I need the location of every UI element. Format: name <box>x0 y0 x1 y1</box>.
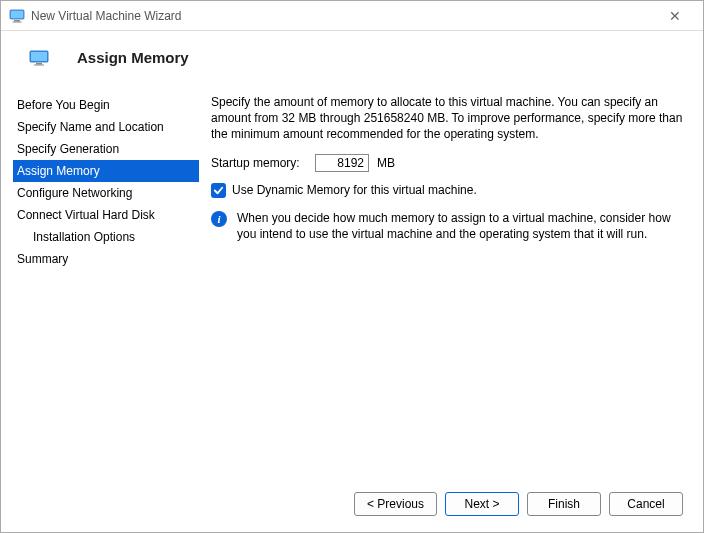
svg-rect-7 <box>34 64 44 65</box>
window-title: New Virtual Machine Wizard <box>31 9 655 23</box>
step-specify-generation[interactable]: Specify Generation <box>13 138 199 160</box>
svg-rect-5 <box>31 52 47 61</box>
titlebar: New Virtual Machine Wizard ✕ <box>1 1 703 31</box>
dynamic-memory-checkbox[interactable] <box>211 183 226 198</box>
step-installation-options[interactable]: Installation Options <box>13 226 199 248</box>
step-assign-memory[interactable]: Assign Memory <box>13 160 199 182</box>
step-connect-vhd[interactable]: Connect Virtual Hard Disk <box>13 204 199 226</box>
startup-memory-row: Startup memory: MB <box>211 154 683 172</box>
step-summary[interactable]: Summary <box>13 248 199 270</box>
startup-memory-unit: MB <box>377 155 395 171</box>
svg-rect-6 <box>36 63 42 65</box>
app-icon <box>9 8 25 24</box>
info-text: When you decide how much memory to assig… <box>237 210 683 242</box>
info-icon: i <box>211 211 227 227</box>
wizard-window: New Virtual Machine Wizard ✕ Assign Memo… <box>0 0 704 533</box>
step-configure-networking[interactable]: Configure Networking <box>13 182 199 204</box>
previous-button[interactable]: < Previous <box>354 492 437 516</box>
step-before-you-begin[interactable]: Before You Begin <box>13 94 199 116</box>
page-title: Assign Memory <box>77 49 189 66</box>
close-button[interactable]: ✕ <box>655 8 695 24</box>
vm-icon <box>29 50 49 66</box>
wizard-footer: < Previous Next > Finish Cancel <box>1 482 703 532</box>
svg-rect-2 <box>14 20 20 22</box>
cancel-button[interactable]: Cancel <box>609 492 683 516</box>
step-specify-name[interactable]: Specify Name and Location <box>13 116 199 138</box>
dynamic-memory-label: Use Dynamic Memory for this virtual mach… <box>232 182 477 198</box>
next-button[interactable]: Next > <box>445 492 519 516</box>
info-row: i When you decide how much memory to ass… <box>211 210 683 242</box>
description-text: Specify the amount of memory to allocate… <box>211 94 683 142</box>
svg-rect-1 <box>11 10 23 17</box>
finish-button[interactable]: Finish <box>527 492 601 516</box>
startup-memory-input[interactable] <box>315 154 369 172</box>
svg-rect-3 <box>13 21 22 22</box>
startup-memory-label: Startup memory: <box>211 155 307 171</box>
dynamic-memory-row[interactable]: Use Dynamic Memory for this virtual mach… <box>211 182 683 198</box>
content-pane: Specify the amount of memory to allocate… <box>199 94 683 482</box>
page-header: Assign Memory <box>1 31 703 80</box>
wizard-steps: Before You Begin Specify Name and Locati… <box>1 94 199 482</box>
